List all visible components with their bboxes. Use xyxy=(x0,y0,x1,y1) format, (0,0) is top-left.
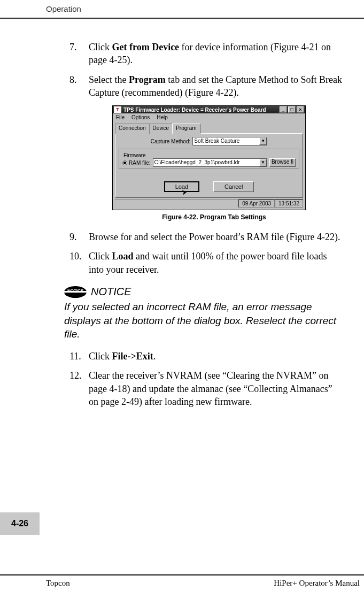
chevron-down-icon[interactable]: ▼ xyxy=(259,159,267,166)
minimize-button[interactable]: _ xyxy=(280,106,287,113)
step-text: Click Get from Device for device informa… xyxy=(89,41,343,67)
text-bold: Load xyxy=(112,251,134,262)
notice-head: NOTICE xyxy=(64,286,343,298)
ram-file-label: RAM file: xyxy=(129,160,151,166)
text-post: . xyxy=(153,351,156,362)
notice-icon xyxy=(64,286,87,298)
step-number: 8. xyxy=(69,73,89,99)
step-9: 9. Browse for and select the Power board… xyxy=(69,231,343,243)
menu-bar: File Options Help xyxy=(113,113,305,121)
footer-right: HiPer+ Operator’s Manual xyxy=(274,579,360,588)
step-text: Click File->Exit. xyxy=(89,350,343,363)
figure-caption: Figure 4-22. Program Tab Settings xyxy=(86,213,343,221)
notice-title: NOTICE xyxy=(91,286,131,298)
load-button[interactable]: Load ➤ xyxy=(164,181,199,192)
status-date: 09 Apr 2003 xyxy=(238,200,275,208)
status-bar: 09 Apr 2003 13:51:32 xyxy=(115,199,303,208)
header-section: Operation xyxy=(0,0,364,16)
step-text: Browse for and select the Power board’s … xyxy=(89,231,343,243)
ram-file-row: RAM file: C:\Floader\heggd_2_3p1\powbrd.… xyxy=(122,158,296,167)
step-text: Click Load and wait until 100% of the po… xyxy=(89,250,343,276)
browse-button[interactable]: Browse fi xyxy=(269,158,296,167)
footer-row: Topcon HiPer+ Operator’s Manual xyxy=(0,576,364,588)
step-number: 10. xyxy=(69,250,89,276)
notice-block: NOTICE If you selected an incorrect RAM … xyxy=(64,286,343,341)
step-text: Select the Program tab and set the Captu… xyxy=(89,73,343,99)
notice-body: If you selected an incorrect RAM file, a… xyxy=(64,300,343,341)
menu-help[interactable]: Help xyxy=(157,114,168,120)
text-pre: Select the xyxy=(89,74,129,85)
step-number: 11. xyxy=(69,350,89,363)
content-area: 7. Click Get from Device for device info… xyxy=(0,19,364,408)
page: Operation 7. Click Get from Device for d… xyxy=(0,0,364,606)
capture-value: Soft Break Capture xyxy=(194,138,239,144)
step-11: 11. Click File->Exit. xyxy=(69,350,343,363)
text-pre: Click xyxy=(89,351,112,362)
firmware-fieldset: Firmware RAM file: C:\Floader\heggd_2_3p… xyxy=(119,149,299,168)
tab-row: Connection Device Program xyxy=(115,124,303,134)
page-number-tab: 4-26 xyxy=(0,512,40,535)
capture-label: Capture Method: xyxy=(151,139,191,144)
text-bold: File->Exit xyxy=(112,351,153,362)
app-icon: T xyxy=(114,106,121,113)
maximize-button[interactable]: □ xyxy=(288,106,296,113)
close-button[interactable]: × xyxy=(297,106,304,113)
menu-file[interactable]: File xyxy=(116,114,125,120)
button-row: Load ➤ Cancel xyxy=(119,181,299,192)
step-10: 10. Click Load and wait until 100% of th… xyxy=(69,250,343,276)
text-pre: Click xyxy=(89,42,112,52)
step-number: 12. xyxy=(69,369,89,408)
figure-4-22: T TPS Firmware Loader: Device = Receiver… xyxy=(112,105,343,221)
capture-row: Capture Method: Soft Break Capture ▼ xyxy=(119,137,299,145)
ram-file-value: C:\Floader\heggd_2_3p1\powbrd.ldr xyxy=(154,159,240,165)
text-bold: Get from Device xyxy=(112,42,180,52)
step-7: 7. Click Get from Device for device info… xyxy=(69,41,343,67)
text-bold: Program xyxy=(129,74,166,85)
status-time: 13:51:32 xyxy=(275,200,303,208)
dialog-window: T TPS Firmware Loader: Device = Receiver… xyxy=(112,105,306,210)
tab-pane-program: Capture Method: Soft Break Capture ▼ Fir… xyxy=(115,133,303,198)
footer: Topcon HiPer+ Operator’s Manual xyxy=(0,574,364,588)
menu-options[interactable]: Options xyxy=(131,114,150,120)
dialog-body: Connection Device Program Capture Method… xyxy=(113,121,305,210)
dialog-title: TPS Firmware Loader: Device = Receiver's… xyxy=(123,107,278,113)
step-8: 8. Select the Program tab and set the Ca… xyxy=(69,73,343,99)
footer-left: Topcon xyxy=(46,579,70,588)
firmware-legend: Firmware xyxy=(122,152,147,158)
cancel-button[interactable]: Cancel xyxy=(213,181,254,192)
step-text: Clear the receiver’s NVRAM (see “Clearin… xyxy=(89,369,343,408)
dialog-titlebar[interactable]: T TPS Firmware Loader: Device = Receiver… xyxy=(113,106,305,113)
capture-method-select[interactable]: Soft Break Capture ▼ xyxy=(192,137,267,145)
step-number: 9. xyxy=(69,231,89,243)
text-pre: Click xyxy=(89,251,112,262)
tab-program[interactable]: Program xyxy=(172,124,200,134)
ram-file-radio[interactable] xyxy=(122,160,127,165)
chevron-down-icon[interactable]: ▼ xyxy=(259,137,267,145)
tab-device[interactable]: Device xyxy=(149,124,173,134)
tab-connection[interactable]: Connection xyxy=(115,124,150,134)
step-12: 12. Clear the receiver’s NVRAM (see “Cle… xyxy=(69,369,343,408)
step-number: 7. xyxy=(69,41,89,67)
ram-file-input[interactable]: C:\Floader\heggd_2_3p1\powbrd.ldr ▼ xyxy=(153,158,267,167)
